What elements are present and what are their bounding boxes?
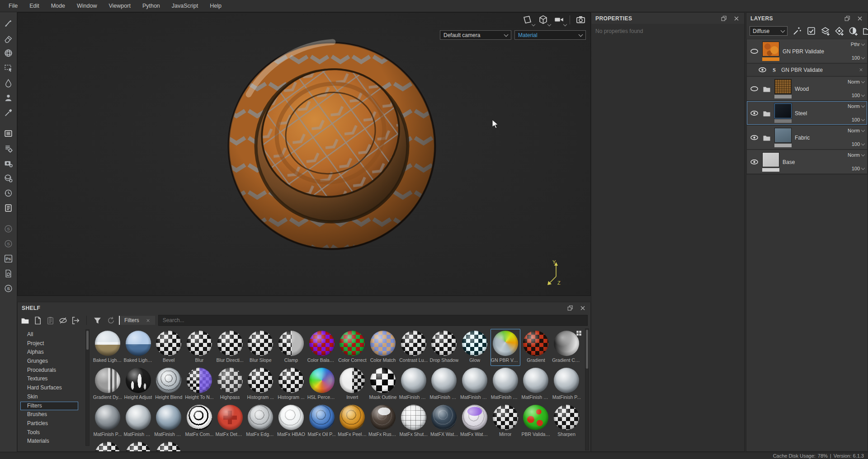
opacity-select[interactable]: 100 [852, 117, 864, 122]
blend-mode-select[interactable]: Norm [848, 103, 864, 109]
shelf-tab-filters[interactable]: Filters [119, 316, 155, 325]
paste-icon[interactable] [46, 316, 55, 325]
shelf-item[interactable]: MatFinish G... [491, 366, 520, 403]
shelf-item[interactable]: Blur Slope [245, 329, 275, 366]
eraser-tool-icon[interactable] [4, 33, 13, 43]
menu-item-python[interactable]: Python [137, 0, 166, 11]
new-page-icon[interactable] [33, 316, 42, 325]
eye-filled-icon[interactable] [750, 157, 759, 167]
quick-wand-icon[interactable] [792, 26, 802, 36]
shelf-item[interactable]: Invert [338, 366, 368, 403]
shelf-item[interactable]: Color Correct [338, 329, 368, 366]
perspective-view-button[interactable] [538, 14, 548, 25]
shelf-category-all[interactable]: All [20, 330, 78, 339]
shelf-item[interactable]: Bevel [154, 329, 184, 366]
open-folder-icon[interactable] [20, 316, 30, 325]
add-layer-icon[interactable] [820, 26, 830, 36]
shelf-item[interactable]: MatFx Oil P... [307, 403, 337, 440]
close-panel-icon[interactable] [579, 304, 586, 312]
shelf-item[interactable]: Sharpen [552, 403, 581, 440]
shader-quick-3-icon[interactable]: S [4, 284, 13, 293]
channel-select[interactable]: Diffuse [750, 26, 788, 36]
shelf-item[interactable]: MatFX Wat... [429, 403, 459, 440]
clone-tool-icon[interactable] [4, 93, 13, 103]
shelf-category-project[interactable]: Project [20, 339, 78, 348]
shelf-item[interactable]: MatFx Peeli... [338, 403, 368, 440]
shelf-item[interactable]: Glow [460, 329, 490, 366]
eye-filled-icon[interactable] [750, 133, 759, 142]
snapshot-button[interactable] [576, 14, 586, 25]
shelf-category-skin[interactable]: Skin [20, 393, 78, 402]
filter-icon[interactable] [93, 316, 102, 325]
hide-icon[interactable] [58, 316, 68, 325]
blend-mode-select[interactable]: Norm [848, 128, 864, 133]
layer-row-wood[interactable]: WoodNorm100 [747, 77, 867, 100]
opacity-select[interactable]: 100 [852, 93, 864, 98]
shelf-item[interactable]: MatFx Com... [184, 403, 214, 440]
shader-quick-2-icon[interactable]: S [4, 239, 13, 248]
notes-palette-icon[interactable] [4, 203, 13, 213]
menu-item-edit[interactable]: Edit [24, 0, 45, 11]
shelf-item[interactable]: PBR Validat... [521, 403, 551, 440]
shelf-item[interactable]: MatFx Rust ... [368, 403, 398, 440]
shelf-category-procedurals[interactable]: Procedurals [20, 366, 78, 375]
shelf-item[interactable]: Histogram ... [276, 366, 306, 403]
close-icon[interactable] [859, 67, 863, 72]
image-sync-icon[interactable] [4, 269, 13, 278]
shelf-category-grunges[interactable]: Grunges [20, 357, 78, 366]
shelf-category-brushes[interactable]: Brushes [20, 410, 78, 419]
shelf-item[interactable]: MatFinish P... [93, 403, 123, 440]
import-icon[interactable] [71, 316, 80, 325]
shelf-item[interactable]: MatFinish R... [154, 403, 184, 440]
refresh-icon[interactable] [106, 316, 116, 325]
shelf-item[interactable]: MatFinish G... [460, 366, 490, 403]
shelf-item[interactable] [154, 440, 184, 451]
shelf-category-particles[interactable]: Particles [20, 419, 78, 428]
shelf-item[interactable]: MatFx Edge... [245, 403, 275, 440]
shelf-category-textures[interactable]: Textures [20, 375, 78, 384]
uv-view-button[interactable] [522, 14, 533, 25]
shelf-item[interactable]: GN PBR Vali... [491, 329, 520, 366]
shader-quick-1-icon[interactable]: S [4, 224, 13, 234]
shelf-item[interactable]: MatFinish B... [399, 366, 429, 403]
float-panel-icon[interactable] [566, 304, 574, 312]
shelf-item[interactable]: MatFinish P... [552, 366, 581, 403]
eye-filled-icon[interactable] [750, 108, 759, 118]
category-scrollbar[interactable] [85, 329, 90, 446]
paint-tool-icon[interactable] [4, 19, 13, 28]
close-panel-icon[interactable] [733, 15, 740, 22]
color-picker-tool-icon[interactable] [4, 108, 13, 117]
shelf-item[interactable]: Histogram ... [245, 366, 275, 403]
shelf-item[interactable]: Blur [184, 329, 214, 366]
shelf-item[interactable]: Baked Light... [123, 329, 153, 366]
opacity-select[interactable]: 100 [852, 166, 864, 171]
close-panel-icon[interactable] [856, 15, 863, 22]
shelf-item[interactable]: Height To N... [184, 366, 214, 403]
shelf-item[interactable]: MatFinish H... [521, 366, 551, 403]
shelf-category-alphas[interactable]: Alphas [20, 348, 78, 357]
add-paint-layer-icon[interactable] [806, 26, 816, 36]
shelf-item[interactable]: Height Adjust [123, 366, 153, 403]
float-panel-icon[interactable] [720, 15, 727, 22]
shelf-category-materials[interactable]: Materials [20, 437, 78, 446]
layer-row-base[interactable]: BaseNorm100 [747, 150, 867, 173]
shelf-category-tools[interactable]: Tools [20, 428, 78, 437]
shelf-category-filters[interactable]: Filters [20, 402, 78, 411]
shelf-item[interactable]: Highpass [215, 366, 245, 403]
search-input[interactable] [158, 315, 588, 326]
smudge-tool-icon[interactable] [4, 78, 13, 88]
close-tab-icon[interactable] [146, 318, 151, 323]
menu-item-file[interactable]: File [3, 0, 24, 11]
shelf-item[interactable]: Contrast Lu... [399, 329, 429, 366]
menu-item-window[interactable]: Window [71, 0, 103, 11]
shelf-item[interactable]: MatFinish G... [429, 366, 459, 403]
opacity-select[interactable]: 100 [852, 55, 864, 61]
layer-row-steel[interactable]: SteelNorm100 [747, 101, 867, 125]
shelf-item[interactable]: Gradient Dy... [93, 366, 123, 403]
camera-view-button[interactable] [554, 14, 564, 25]
camera-select[interactable]: Default camera [440, 30, 511, 40]
shelf-item[interactable]: MatFx Detai... [215, 403, 245, 440]
shelf-item[interactable]: Color Balance [307, 329, 337, 366]
shelf-item[interactable] [123, 440, 153, 451]
shelf-item[interactable]: MatFx Wate... [460, 403, 490, 440]
